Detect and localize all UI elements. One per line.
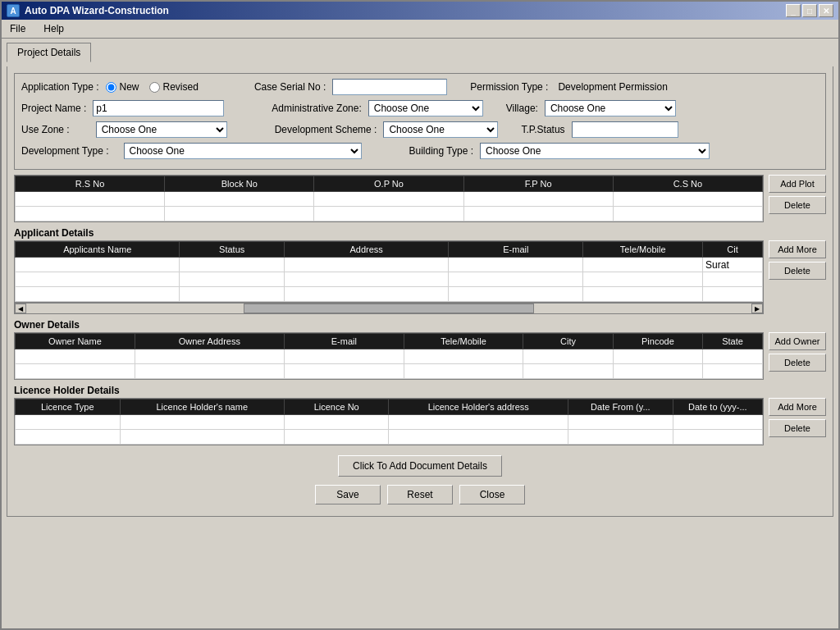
menu-help[interactable]: Help xyxy=(39,21,69,36)
app-icon: A xyxy=(7,4,20,17)
building-type-select[interactable]: Choose One xyxy=(480,143,710,159)
applicant-section-label: Applicant Details xyxy=(14,227,826,239)
close-button[interactable]: ✕ xyxy=(819,4,833,17)
plot-section: R.S No Block No O.P No F.P No C.S No xyxy=(14,175,826,222)
project-name-label: Project Name : xyxy=(21,103,86,114)
menu-file[interactable]: File xyxy=(5,21,30,36)
minimize-button[interactable]: _ xyxy=(786,4,801,17)
app-type-label: Application Type : xyxy=(21,81,99,93)
case-serial-label: Case Serial No : xyxy=(254,81,326,93)
licence-section-label: Licence Holder Details xyxy=(14,385,826,396)
tp-status-label: T.P.Status xyxy=(521,124,564,135)
form-row-3: Use Zone : Choose One Development Scheme… xyxy=(21,121,819,138)
owner-btn-group: Add Owner Delete xyxy=(769,332,826,380)
main-window: A Auto DPA Wizard-Construction _ □ ✕ Fil… xyxy=(0,0,840,630)
permission-type-label: Permission Type : xyxy=(470,81,548,93)
owner-section-label: Owner Details xyxy=(14,319,826,331)
window-controls: _ □ ✕ xyxy=(786,4,833,17)
form-row-2: Project Name : Administrative Zone: Choo… xyxy=(21,100,819,116)
scroll-thumb[interactable] xyxy=(244,304,534,313)
scroll-left-arrow[interactable]: ◀ xyxy=(15,304,26,313)
lic-col-dateto: Date to (yyy-... xyxy=(673,399,762,415)
form-row-1: Application Type : New Revised Case Seri… xyxy=(21,79,819,95)
app-col-name: Applicants Name xyxy=(16,242,180,258)
lic-col-holder: Licence Holder's name xyxy=(120,399,284,415)
delete-applicant-button[interactable]: Delete xyxy=(769,262,826,280)
applicant-hscroll[interactable]: ◀ ▶ xyxy=(14,303,764,314)
add-plot-button[interactable]: Add Plot xyxy=(769,175,826,193)
admin-zone-label: Administrative Zone: xyxy=(272,103,361,114)
dev-type-select[interactable]: Choose One xyxy=(124,143,362,159)
delete-owner-button[interactable]: Delete xyxy=(769,354,826,372)
app-col-city: Cit xyxy=(703,242,763,258)
plot-col-fp: F.P No xyxy=(463,176,613,192)
table-row xyxy=(16,192,763,207)
reset-button[interactable]: Reset xyxy=(387,485,453,504)
close-button-form[interactable]: Close xyxy=(459,485,525,504)
admin-zone-select[interactable]: Choose One xyxy=(368,100,483,116)
village-label: Village: xyxy=(506,103,538,114)
add-more-applicant-button[interactable]: Add More xyxy=(769,240,826,258)
plot-col-rs: R.S No xyxy=(16,176,165,192)
app-col-address: Address xyxy=(284,242,448,258)
owner-col-city: City xyxy=(523,334,613,349)
licence-table-wrap: Licence Type Licence Holder's name Licen… xyxy=(14,398,764,445)
dev-scheme-select[interactable]: Choose One xyxy=(383,121,498,138)
use-zone-label: Use Zone : xyxy=(21,124,70,135)
owner-table: Owner Name Owner Address E-mail Tele/Mob… xyxy=(15,333,763,379)
plot-table-wrap: R.S No Block No O.P No F.P No C.S No xyxy=(14,175,764,222)
applicant-table-wrap: Applicants Name Status Address E-mail Te… xyxy=(14,240,764,303)
window-title: Auto DPA Wizard-Construction xyxy=(25,5,169,16)
table-row xyxy=(16,430,763,445)
applicant-btn-group: Add More Delete xyxy=(769,240,826,314)
delete-plot-button[interactable]: Delete xyxy=(769,196,826,214)
form-section: Application Type : New Revised Case Seri… xyxy=(14,73,826,170)
plot-col-op: O.P No xyxy=(314,176,463,192)
delete-licence-button[interactable]: Delete xyxy=(769,419,826,437)
plot-col-block: Block No xyxy=(165,176,314,192)
title-bar: A Auto DPA Wizard-Construction _ □ ✕ xyxy=(2,2,838,20)
plot-table: R.S No Block No O.P No F.P No C.S No xyxy=(15,176,763,221)
owner-col-state: State xyxy=(703,334,763,349)
menu-bar: File Help xyxy=(2,20,838,39)
add-owner-button[interactable]: Add Owner xyxy=(769,332,826,350)
use-zone-select[interactable]: Choose One xyxy=(96,121,227,138)
owner-col-tele: Tele/Mobile xyxy=(404,334,523,349)
lic-col-type: Licence Type xyxy=(16,399,121,415)
save-button[interactable]: Save xyxy=(315,485,381,504)
add-document-button[interactable]: Click To Add Document Details xyxy=(338,455,502,477)
applicant-table: Applicants Name Status Address E-mail Te… xyxy=(15,241,763,302)
table-row xyxy=(16,272,763,287)
owner-table-wrap: Owner Name Owner Address E-mail Tele/Mob… xyxy=(14,332,764,380)
case-serial-input[interactable] xyxy=(332,79,447,95)
project-name-input[interactable] xyxy=(93,100,224,116)
plot-col-cs: C.S No xyxy=(613,176,762,192)
scroll-right-arrow[interactable]: ▶ xyxy=(751,304,763,313)
add-more-licence-button[interactable]: Add More xyxy=(769,398,826,416)
tab-bar: Project Details xyxy=(2,39,838,62)
app-col-status: Status xyxy=(180,242,285,258)
radio-new[interactable] xyxy=(106,82,116,93)
owner-col-email: E-mail xyxy=(284,334,404,349)
table-row: Surat xyxy=(16,258,763,272)
maximize-button[interactable]: □ xyxy=(802,4,817,17)
radio-group: New Revised xyxy=(106,81,199,93)
dev-type-label: Development Type : xyxy=(21,145,109,157)
table-row xyxy=(16,364,763,379)
radio-revised[interactable] xyxy=(149,82,160,93)
licence-section: Licence Type Licence Holder's name Licen… xyxy=(14,398,826,445)
radio-new-label: New xyxy=(106,81,139,93)
app-col-tele: Tele/Mobile xyxy=(583,242,703,258)
permission-type-value: Development Permission xyxy=(558,81,667,93)
tp-status-input[interactable] xyxy=(572,121,678,138)
table-row xyxy=(16,207,763,221)
village-select[interactable]: Choose One xyxy=(545,100,676,116)
licence-table: Licence Type Licence Holder's name Licen… xyxy=(15,399,763,445)
radio-revised-label: Revised xyxy=(149,81,199,93)
licence-btn-group: Add More Delete xyxy=(769,398,826,445)
scroll-track xyxy=(26,304,751,313)
applicant-section: Applicants Name Status Address E-mail Te… xyxy=(14,240,826,314)
tab-project-details[interactable]: Project Details xyxy=(7,43,91,62)
building-type-label: Building Type : xyxy=(409,145,474,157)
lic-col-no: Licence No xyxy=(284,399,389,415)
